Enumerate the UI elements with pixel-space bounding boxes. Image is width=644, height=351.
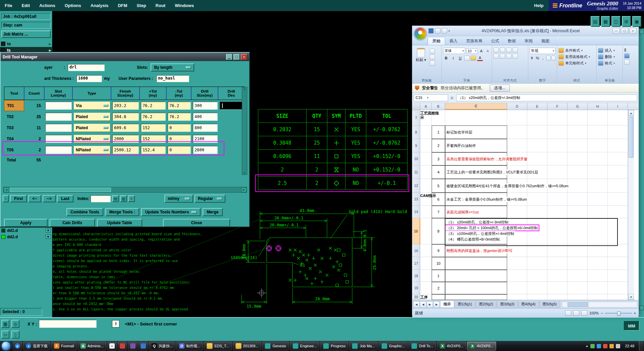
tray-icon-5[interactable] xyxy=(616,344,620,348)
cell[interactable] xyxy=(608,126,628,139)
index-input[interactable] xyxy=(91,195,111,202)
scroll-up-icon[interactable]: ▲ xyxy=(628,110,634,116)
step-list-item[interactable]: to▸ xyxy=(0,41,52,47)
ribbon-tab-7[interactable]: 视图 xyxy=(537,37,554,45)
cell[interactable] xyxy=(588,270,608,282)
scrollbar-thumb[interactable] xyxy=(10,188,111,192)
taskbar-button-2[interactable]: »迅雷下载 xyxy=(23,342,50,350)
menu-dfm[interactable]: DFM xyxy=(113,0,132,11)
cell[interactable] xyxy=(608,294,628,300)
tray-icon-2[interactable] xyxy=(597,344,601,348)
menu-analysis[interactable]: Analysis xyxy=(86,0,113,11)
layer-list-item[interactable]: dd2.d▾ xyxy=(0,234,52,240)
cell-A17[interactable] xyxy=(420,257,432,270)
underline-button[interactable]: U xyxy=(457,55,463,61)
row-header-13[interactable]: 13 xyxy=(412,193,420,206)
taskbar-button-9[interactable]: Q兴森快... xyxy=(149,342,175,350)
sheet-tab-1[interactable]: 指示 xyxy=(440,301,454,308)
row-header-9[interactable]: 9 xyxy=(412,139,420,152)
sheet-tab-4[interactable]: 图3(fig3) xyxy=(497,301,518,308)
dialog-title-bar[interactable]: Drill Tool Manager ▁ ▢ × xyxy=(1,53,249,61)
name-box[interactable]: C15▾ xyxy=(414,94,448,101)
cell[interactable] xyxy=(588,257,608,270)
last-sheet-icon[interactable]: ▶ xyxy=(433,301,440,308)
cell[interactable] xyxy=(568,126,588,139)
taskbar-button-13[interactable]: Genesis xyxy=(262,342,288,350)
cell[interactable] xyxy=(588,193,608,206)
cell[interactable] xyxy=(588,282,608,294)
target-icon-button[interactable]: ◎ xyxy=(11,320,19,328)
xy-coordinate-input[interactable] xyxy=(39,320,97,328)
cell-C17[interactable] xyxy=(445,257,507,270)
tool-icon-button-2[interactable]: ▯ xyxy=(11,331,19,339)
ribbon-tab-3[interactable]: 页面布局 xyxy=(462,37,487,45)
cell[interactable] xyxy=(507,294,527,300)
cell[interactable] xyxy=(608,270,628,282)
menu-windows[interactable]: Windows xyxy=(170,0,199,11)
cell-C13[interactable]: 水金工艺：金厚按最小0.05um制作，镍>=5.08um xyxy=(445,193,507,206)
cell-C19[interactable] xyxy=(445,282,507,294)
combine-tools-button[interactable]: Combine Tools xyxy=(66,208,103,216)
slot-len-input[interactable] xyxy=(45,113,72,121)
fx-icon[interactable]: fx xyxy=(449,96,455,100)
cell[interactable] xyxy=(568,193,588,206)
cell-B12[interactable]: 5 xyxy=(432,179,445,193)
tool-icon-button-1[interactable]: ▭ xyxy=(1,331,9,339)
apply-button[interactable]: Apply xyxy=(4,219,48,227)
row-header-12[interactable]: 12 xyxy=(412,179,420,193)
scroll-left-icon[interactable]: ◀ xyxy=(4,187,9,192)
cell[interactable] xyxy=(547,206,568,218)
ribbon-tab-1[interactable]: 开始 xyxy=(428,37,445,45)
cell[interactable] xyxy=(547,244,568,257)
slot-len-input[interactable] xyxy=(45,124,72,132)
cell[interactable] xyxy=(547,110,568,126)
cell[interactable] xyxy=(588,244,608,257)
align-center-icon[interactable] xyxy=(500,54,505,59)
vertical-scrollbar[interactable]: ▲ ▼ xyxy=(628,110,634,300)
minus-tol-input[interactable]: 0 xyxy=(168,124,191,132)
cell[interactable] xyxy=(568,165,588,179)
taskbar-button-8[interactable] xyxy=(139,342,148,350)
units-dropdown[interactable]: ml/my xyxy=(164,195,193,203)
board-thickness-input[interactable]: 1600 xyxy=(76,75,102,82)
options-button[interactable]: 选项... xyxy=(490,85,510,92)
fill-button[interactable] xyxy=(624,53,637,58)
column-header-B[interactable]: B xyxy=(432,103,445,110)
cell[interactable] xyxy=(608,244,628,257)
type-dropdown[interactable]: Plated xyxy=(74,124,110,132)
font-size-select[interactable]: 10▾ xyxy=(466,48,478,54)
select-all-corner[interactable] xyxy=(412,103,420,110)
cell[interactable] xyxy=(588,294,608,300)
minus-tol-input[interactable]: 76.2 xyxy=(168,102,191,110)
cell[interactable] xyxy=(507,270,527,282)
align-middle-icon[interactable] xyxy=(500,48,505,53)
cell[interactable] xyxy=(568,270,588,282)
cell-A11[interactable] xyxy=(420,165,432,179)
tray-icon-1[interactable] xyxy=(590,344,595,348)
plus-tol-input[interactable]: 152 xyxy=(141,124,166,132)
italic-button[interactable]: I xyxy=(450,55,456,61)
cells-button[interactable]: 插入▾ xyxy=(598,48,621,53)
show-desktop-button[interactable] xyxy=(639,341,643,351)
cell-B8[interactable]: 1 xyxy=(432,126,445,139)
zoom-in-icon[interactable]: + xyxy=(634,311,636,315)
genesis-toolbar-icon-1[interactable]: ▤ xyxy=(591,16,600,27)
cell[interactable] xyxy=(547,270,568,282)
cell[interactable] xyxy=(588,139,608,152)
taskbar-button-20[interactable]: X4V2XP0... xyxy=(467,342,496,350)
menu-help[interactable]: Help xyxy=(529,0,549,11)
menu-rout[interactable]: Rout xyxy=(151,0,170,11)
minimize-button[interactable]: ▁ xyxy=(226,54,232,60)
taskbar-button-12[interactable]: 201309... xyxy=(233,342,261,350)
scrollbar-thumb[interactable] xyxy=(629,117,634,158)
cell[interactable] xyxy=(608,257,628,270)
drill-des-input[interactable] xyxy=(220,102,244,110)
taskbar-button-6[interactable] xyxy=(118,342,127,350)
close-button[interactable]: × xyxy=(241,54,247,60)
cell[interactable] xyxy=(527,110,547,126)
taskbar-button-18[interactable]: Drill To... xyxy=(409,342,436,350)
tray-expand-icon[interactable]: ▲ xyxy=(586,344,589,348)
cell[interactable] xyxy=(568,206,588,218)
cell[interactable] xyxy=(568,244,588,257)
redo-icon[interactable] xyxy=(442,28,447,34)
